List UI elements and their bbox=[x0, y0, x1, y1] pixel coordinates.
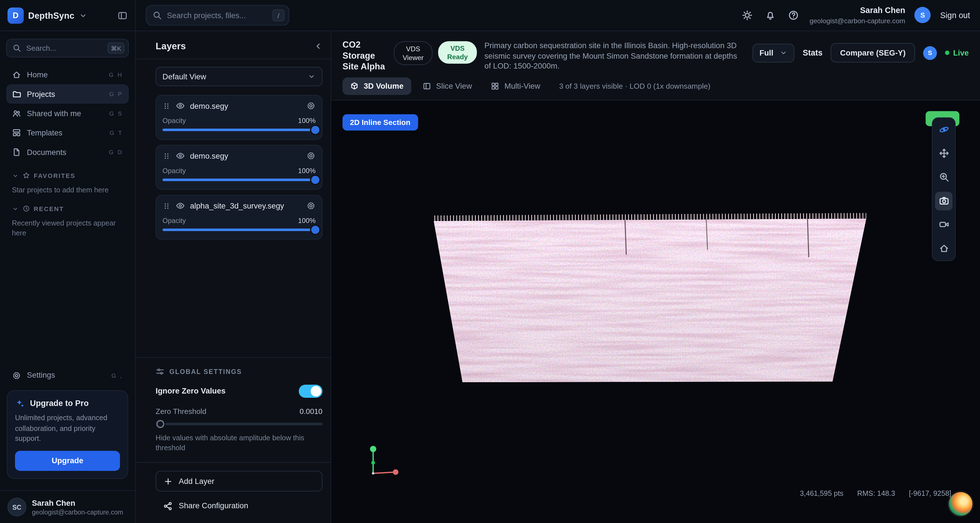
sidebar-toggle-button[interactable] bbox=[118, 10, 127, 20]
zoom-tool-button[interactable] bbox=[935, 168, 953, 186]
drag-handle-icon[interactable] bbox=[162, 101, 171, 110]
reset-view-button[interactable] bbox=[935, 239, 953, 258]
ignore-zero-label: Ignore Zero Values bbox=[156, 387, 226, 396]
shortcut-hint: G , bbox=[111, 372, 123, 379]
threshold-slider-knob[interactable] bbox=[156, 420, 164, 428]
viewport-3d[interactable]: 2D Inline Section bbox=[331, 100, 980, 523]
opacity-slider-fill bbox=[162, 229, 316, 231]
record-tool-button[interactable] bbox=[935, 215, 953, 234]
2d-inline-section-button[interactable]: 2D Inline Section bbox=[342, 114, 418, 130]
divider bbox=[135, 59, 331, 59]
opacity-value: 100% bbox=[298, 117, 316, 124]
viewer-status-bar: 3,461,595 pts RMS: 148.3 [-9617, 9258] bbox=[800, 490, 951, 497]
tab-slice-view[interactable]: Slice View bbox=[415, 77, 479, 95]
user-avatar[interactable]: S bbox=[915, 7, 931, 23]
upgrade-card: Upgrade to Pro Unlimited projects, advan… bbox=[7, 390, 128, 479]
sparkles-icon bbox=[15, 398, 25, 408]
users-icon bbox=[12, 109, 21, 118]
collaborator-avatar[interactable]: S bbox=[923, 46, 937, 60]
ignore-zero-toggle[interactable] bbox=[299, 385, 323, 398]
opacity-slider[interactable] bbox=[162, 229, 316, 231]
footer-user-email: geologist@carbon-capture.com bbox=[32, 508, 123, 515]
points-count: 3,461,595 pts bbox=[800, 490, 843, 497]
zero-threshold-slider[interactable] bbox=[156, 422, 322, 425]
view-preset-select[interactable]: Default View bbox=[156, 67, 322, 86]
sidebar-item-projects[interactable]: Projects G P bbox=[6, 84, 129, 104]
axis-gizmo[interactable] bbox=[363, 440, 406, 483]
main-content: CO2 Storage Site Alpha VDS Viewer VDS Re… bbox=[331, 31, 980, 523]
workspace-switcher[interactable]: D DepthSync bbox=[0, 0, 135, 31]
help-button[interactable] bbox=[786, 8, 800, 22]
orbit-tool-button[interactable] bbox=[935, 120, 953, 139]
seismic-volume-render[interactable] bbox=[425, 212, 875, 393]
theme-toggle-button[interactable] bbox=[740, 8, 754, 22]
shortcut-hint: G D bbox=[109, 149, 123, 155]
sidebar-item-label: Documents bbox=[27, 147, 66, 156]
drag-handle-icon[interactable] bbox=[162, 151, 171, 160]
global-settings-title: GLOBAL SETTINGS bbox=[169, 368, 242, 375]
zero-threshold-label: Zero Threshold bbox=[156, 407, 207, 415]
recent-section-header[interactable]: RECENT bbox=[6, 205, 129, 212]
opacity-slider-knob[interactable] bbox=[311, 126, 320, 134]
document-icon bbox=[12, 147, 21, 157]
add-layer-button[interactable]: Add Layer bbox=[156, 471, 322, 491]
help-circle-icon bbox=[788, 10, 799, 21]
user-avatar-initials: SC bbox=[7, 498, 26, 517]
sidebar-spacer bbox=[6, 238, 129, 366]
sidebar-item-templates[interactable]: Templates G T bbox=[6, 123, 129, 142]
drag-handle-icon[interactable] bbox=[162, 201, 171, 210]
layer-settings-gear-icon[interactable] bbox=[306, 101, 316, 111]
layer-name: alpha_site_3d_survey.segy bbox=[190, 201, 301, 210]
home-icon bbox=[12, 70, 21, 79]
sidebar-item-shared[interactable]: Shared with me G S bbox=[6, 104, 129, 123]
favorites-section-header[interactable]: FAVORITES bbox=[6, 172, 129, 179]
star-icon bbox=[22, 172, 30, 179]
upgrade-button[interactable]: Upgrade bbox=[15, 451, 120, 471]
panel-icon bbox=[118, 10, 127, 20]
pan-tool-button[interactable] bbox=[935, 144, 953, 163]
grid-icon bbox=[490, 82, 500, 90]
compare-segy-button[interactable]: Compare (SEG-Y) bbox=[830, 43, 915, 62]
share-icon bbox=[163, 501, 172, 510]
sidebar-search-input[interactable]: Search... ⌘K bbox=[6, 39, 129, 57]
collapse-panel-button[interactable] bbox=[313, 42, 322, 51]
chevron-left-icon bbox=[313, 42, 322, 51]
orbit-icon bbox=[938, 124, 949, 135]
opacity-slider[interactable] bbox=[162, 128, 316, 131]
eye-icon[interactable] bbox=[175, 151, 185, 160]
sidebar-item-home[interactable]: Home G H bbox=[6, 65, 129, 84]
pan-icon bbox=[938, 148, 949, 158]
sidebar-item-documents[interactable]: Documents G D bbox=[6, 143, 129, 162]
global-search-input[interactable]: Search projects, files... / bbox=[146, 5, 290, 26]
notifications-button[interactable] bbox=[764, 8, 777, 22]
quality-select[interactable]: Full bbox=[752, 43, 795, 62]
chevron-down-icon bbox=[307, 73, 316, 81]
layer-settings-gear-icon[interactable] bbox=[306, 151, 316, 160]
layer-card: alpha_site_3d_survey.segy Opacity 100% bbox=[156, 195, 322, 240]
topbar: D DepthSync Search projects, files... / bbox=[0, 0, 980, 31]
tab-3d-volume[interactable]: 3D Volume bbox=[342, 77, 411, 95]
opacity-label: Opacity bbox=[162, 217, 186, 224]
divider bbox=[135, 462, 331, 463]
layer-settings-gear-icon[interactable] bbox=[306, 201, 316, 211]
app-logo-letter: D bbox=[13, 11, 19, 20]
search-icon bbox=[153, 11, 162, 20]
rms-value: RMS: 148.3 bbox=[857, 490, 895, 497]
share-configuration-button[interactable]: Share Configuration bbox=[156, 496, 322, 516]
eye-icon[interactable] bbox=[175, 101, 185, 111]
sidebar-item-settings[interactable]: Settings G , bbox=[6, 366, 129, 385]
sidebar-user-footer[interactable]: SC Sarah Chen geologist@carbon-capture.c… bbox=[0, 490, 135, 523]
opacity-slider-fill bbox=[162, 179, 316, 181]
opacity-slider[interactable] bbox=[162, 179, 316, 181]
home-icon bbox=[938, 243, 949, 253]
stats-button[interactable]: Stats bbox=[803, 48, 822, 57]
island-badge[interactable] bbox=[949, 492, 973, 516]
screenshot-tool-button[interactable] bbox=[935, 192, 953, 210]
opacity-slider-knob[interactable] bbox=[311, 226, 320, 234]
chevron-down-icon bbox=[12, 172, 19, 179]
tab-multi-view[interactable]: Multi-View bbox=[483, 77, 548, 95]
sign-out-button[interactable]: Sign out bbox=[940, 11, 970, 20]
sliders-icon bbox=[156, 367, 164, 376]
eye-icon[interactable] bbox=[175, 201, 185, 211]
opacity-slider-knob[interactable] bbox=[311, 176, 320, 184]
